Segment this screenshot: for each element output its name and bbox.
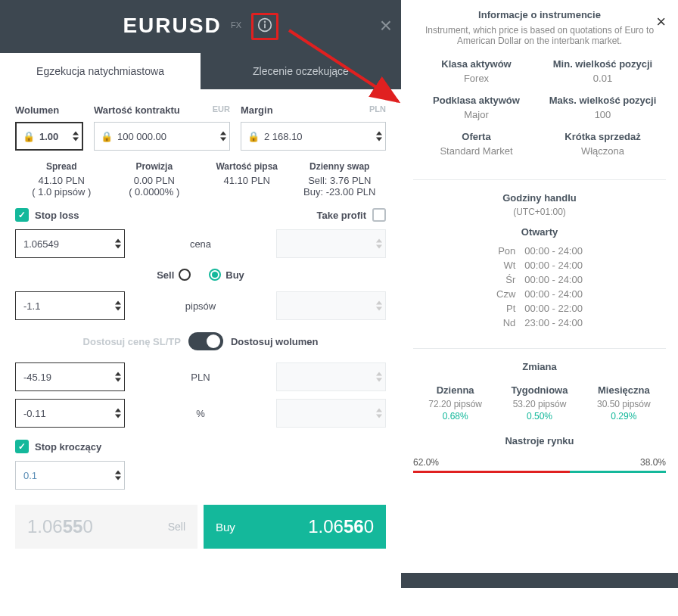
lock-icon: 🔒 xyxy=(23,131,35,142)
instrument-prop: Maks. wielkość pozycji100 xyxy=(540,95,666,120)
pip-value-info: Wartość pipsa 41.10 PLN xyxy=(201,161,294,198)
volume-input[interactable]: 🔒 1.00 xyxy=(15,122,83,151)
instrument-prop: Krótka sprzedażWłączona xyxy=(540,131,666,157)
volume-label: Wolumen xyxy=(15,104,83,116)
sell-button[interactable]: 1.06550 Sell xyxy=(15,505,197,549)
tab-pending[interactable]: Zlecenie oczekujące xyxy=(201,53,401,89)
take-profit-checkbox[interactable] xyxy=(372,208,386,222)
fx-label: FX xyxy=(231,20,241,30)
adjust-volume-label: Dostosuj wolumen xyxy=(231,336,319,347)
trailing-stop-label: Stop kroczący xyxy=(35,441,101,453)
commission-info: Prowizja 0.00 PLN ( 0.0000% ) xyxy=(108,161,201,198)
lock-icon: 🔒 xyxy=(247,131,260,142)
trailing-input[interactable]: 0.1 xyxy=(15,461,125,490)
instrument-prop: Podklasa aktywówMajor xyxy=(413,95,540,120)
hours-row: Nd23:00 - 24:00 xyxy=(496,316,583,330)
sell-radio[interactable]: Sell xyxy=(157,269,191,281)
sentiment-bar xyxy=(413,471,666,473)
info-icon[interactable] xyxy=(257,17,272,36)
hours-status: Otwarty xyxy=(413,226,666,238)
hours-row: Pon00:00 - 24:00 xyxy=(496,244,583,258)
pln-label: PLN xyxy=(125,372,276,383)
change-item: Dzienna72.20 pipsów0.68% xyxy=(413,384,497,422)
sentiment-left: 62.0% xyxy=(413,457,439,468)
lock-icon: 🔒 xyxy=(101,131,113,142)
info-icon-highlight xyxy=(251,13,278,40)
change-item: Miesięczna30.50 pipsów0.29% xyxy=(582,384,666,422)
svg-point-2 xyxy=(264,21,265,22)
sentiment-right: 38.0% xyxy=(640,457,666,468)
close-icon[interactable]: × xyxy=(380,14,392,38)
sl-pct-input[interactable]: -0.11 xyxy=(15,399,125,428)
hours-row: Pt00:00 - 22:00 xyxy=(496,301,583,316)
tab-immediate[interactable]: Egzekucja natychmiastowa xyxy=(0,53,201,89)
sl-price-input[interactable]: 1.06549 xyxy=(15,229,125,258)
volume-spinners[interactable] xyxy=(73,132,79,142)
spread-info: Spread 41.10 PLN ( 1.0 pipsów ) xyxy=(15,161,108,198)
tp-price-input[interactable] xyxy=(276,229,386,258)
instrument-prop: OfertaStandard Market xyxy=(413,131,540,157)
hours-row: Śr00:00 - 24:00 xyxy=(496,272,583,287)
instrument-prop: Klasa aktywówForex xyxy=(413,58,540,84)
hours-title: Godziny handlu xyxy=(413,192,666,204)
sell-price: 1.06550 xyxy=(27,516,93,537)
margin-label: Margin PLN xyxy=(241,104,386,116)
price-label: cena xyxy=(125,238,276,250)
adjust-sltp-label: Dostosuj cenę SL/TP xyxy=(83,336,181,347)
sentiment-title: Nastroje rynku xyxy=(413,435,666,446)
contract-input[interactable]: 🔒 100 000.00 xyxy=(94,122,230,151)
swap-info: Dzienny swap Sell: 3.76 PLN Buy: -23.00 … xyxy=(294,161,387,198)
margin-spinners[interactable] xyxy=(376,132,382,142)
symbol-title: EURUSD xyxy=(123,14,221,37)
instrument-prop: Min. wielkość pozycji0.01 xyxy=(540,58,666,84)
tp-pln-input[interactable] xyxy=(276,362,386,391)
tp-pct-input[interactable] xyxy=(276,399,386,428)
stop-loss-checkbox[interactable] xyxy=(15,208,29,222)
contract-spinners[interactable] xyxy=(220,132,226,142)
trailing-stop-checkbox[interactable] xyxy=(15,440,29,453)
order-tabs: Egzekucja natychmiastowa Zlecenie oczeku… xyxy=(0,53,401,89)
stop-loss-label: Stop loss xyxy=(35,210,79,221)
take-profit-label: Take profit xyxy=(317,210,367,221)
close-info-icon[interactable]: × xyxy=(656,12,666,32)
tp-pips-input[interactable] xyxy=(276,291,386,320)
buy-radio[interactable]: Buy xyxy=(209,269,244,281)
info-panel-title: Informacje o instrumencie xyxy=(413,9,666,20)
bottom-strip xyxy=(401,573,678,588)
hours-row: Wt00:00 - 24:00 xyxy=(496,258,583,272)
change-title: Zmiana xyxy=(413,361,666,372)
pips-label: pipsów xyxy=(125,300,276,312)
buy-price: 1.06560 xyxy=(308,516,374,537)
adjust-toggle[interactable] xyxy=(188,332,223,350)
hours-timezone: (UTC+01:00) xyxy=(413,207,666,217)
hours-row: Czw00:00 - 24:00 xyxy=(496,287,583,301)
order-header: EURUSD FX × xyxy=(0,0,401,53)
pct-label: % xyxy=(125,408,276,419)
buy-button[interactable]: Buy 1.06560 xyxy=(204,505,386,549)
sl-pln-input[interactable]: -45.19 xyxy=(15,362,125,391)
change-item: Tygodniowa53.20 pipsów0.50% xyxy=(497,384,581,422)
margin-input[interactable]: 🔒 2 168.10 xyxy=(241,122,386,151)
info-panel-description: Instrument, which price is based on quot… xyxy=(413,25,666,46)
contract-label: Wartość kontraktu EUR xyxy=(94,104,230,116)
sl-pips-input[interactable]: -1.1 xyxy=(15,291,125,320)
